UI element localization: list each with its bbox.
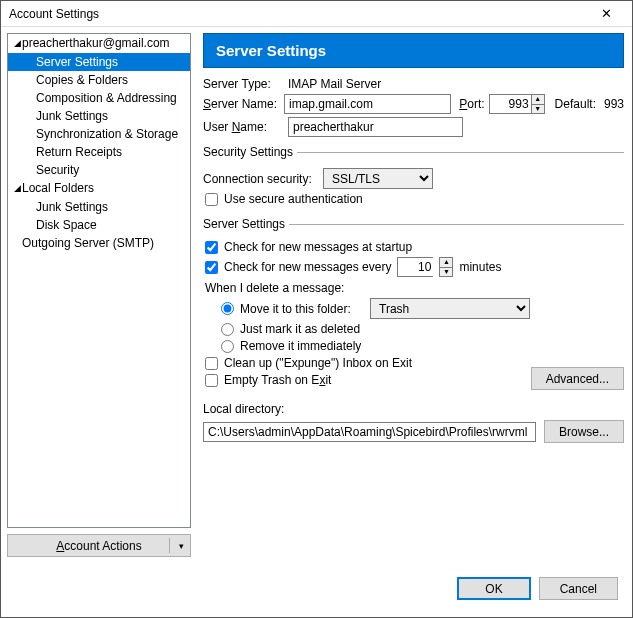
local-dir-input[interactable] [203, 422, 536, 442]
username-label: User Name: [203, 120, 288, 134]
delete-remove-radio[interactable] [221, 340, 234, 353]
spin-up-icon[interactable]: ▲ [532, 95, 544, 105]
cleanup-checkbox[interactable] [205, 357, 218, 370]
spin-down-icon[interactable]: ▼ [532, 105, 544, 114]
form: Server Type: IMAP Mail Server Server Nam… [203, 68, 624, 443]
server-settings-legend: Server Settings [203, 217, 289, 231]
titlebar: Account Settings ✕ [1, 1, 632, 27]
tree-item-return-receipts[interactable]: Return Receipts [8, 143, 190, 161]
cleanup-label: Clean up ("Expunge") Inbox on Exit [224, 356, 412, 370]
ok-button[interactable]: OK [457, 577, 530, 600]
account-tree[interactable]: ◢preacherthakur@gmail.com Server Setting… [7, 33, 191, 528]
tree-item-junk[interactable]: Junk Settings [8, 107, 190, 125]
server-type-label: Server Type: [203, 77, 288, 91]
check-startup-checkbox[interactable] [205, 241, 218, 254]
delete-move-radio[interactable] [221, 302, 234, 315]
port-input[interactable] [489, 94, 531, 114]
spin-up-icon[interactable]: ▲ [440, 258, 452, 268]
chevron-down-icon: ▾ [179, 541, 184, 551]
tree-account-root[interactable]: ◢preacherthakur@gmail.com [8, 34, 190, 53]
server-name-input[interactable] [284, 94, 451, 114]
tree-item-copies-folders[interactable]: Copies & Folders [8, 71, 190, 89]
tree-label: preacherthakur@gmail.com [22, 36, 170, 50]
server-name-label: Server Name: [203, 97, 284, 111]
dialog-footer: OK Cancel [1, 567, 632, 612]
account-actions-label: Account Actions [56, 539, 141, 553]
empty-trash-checkbox[interactable] [205, 374, 218, 387]
check-every-checkbox[interactable] [205, 261, 218, 274]
delete-mark-radio[interactable] [221, 323, 234, 336]
main-pane: Server Settings Server Type: IMAP Mail S… [197, 27, 632, 567]
spin-down-icon[interactable]: ▼ [440, 268, 452, 277]
delete-folder-select[interactable]: Trash [370, 298, 530, 319]
default-value: 993 [604, 97, 624, 111]
advanced-button[interactable]: Advanced... [531, 367, 624, 390]
window-title: Account Settings [9, 7, 99, 21]
secure-auth-checkbox[interactable] [205, 193, 218, 206]
empty-trash-label: Empty Trash on Exit [224, 373, 331, 387]
username-input[interactable] [288, 117, 463, 137]
server-type-value: IMAP Mail Server [288, 77, 381, 91]
twisty-icon: ◢ [12, 35, 22, 51]
account-actions-button[interactable]: Account Actions ▾ [7, 534, 191, 557]
tree-item-composition[interactable]: Composition & Addressing [8, 89, 190, 107]
conn-security-label: Connection security: [203, 172, 323, 186]
separator [169, 538, 170, 553]
server-settings-group: Server Settings Check for new messages a… [203, 217, 624, 390]
tree-item-outgoing[interactable]: Outgoing Server (SMTP) [8, 234, 190, 252]
default-label: Default: [555, 97, 596, 111]
delete-move-label: Move it to this folder: [240, 302, 370, 316]
check-every-unit: minutes [459, 260, 501, 274]
browse-button[interactable]: Browse... [544, 420, 624, 443]
tree-local-folders[interactable]: ◢Local Folders [8, 179, 190, 198]
security-legend: Security Settings [203, 145, 297, 159]
close-icon: ✕ [601, 6, 612, 21]
pane-header: Server Settings [203, 33, 624, 68]
delete-mark-label: Just mark it as deleted [240, 322, 360, 336]
port-spinner[interactable]: ▲▼ [489, 94, 545, 114]
tree-item-disk-space[interactable]: Disk Space [8, 216, 190, 234]
local-dir-label: Local directory: [203, 402, 624, 416]
cancel-button[interactable]: Cancel [539, 577, 618, 600]
tree-label: Local Folders [22, 181, 94, 195]
conn-security-select[interactable]: SSL/TLS [323, 168, 433, 189]
content-area: ◢preacherthakur@gmail.com Server Setting… [1, 27, 632, 567]
delete-remove-label: Remove it immediately [240, 339, 361, 353]
local-directory-block: Local directory: Browse... [203, 402, 624, 443]
tree-item-security[interactable]: Security [8, 161, 190, 179]
twisty-icon: ◢ [12, 180, 22, 196]
secure-auth-label: Use secure authentication [224, 192, 363, 206]
check-startup-label: Check for new messages at startup [224, 240, 412, 254]
security-settings-group: Security Settings Connection security: S… [203, 145, 624, 209]
tree-item-local-junk[interactable]: Junk Settings [8, 198, 190, 216]
delete-label: When I delete a message: [205, 281, 624, 295]
port-label: Port: [459, 97, 484, 111]
check-every-label: Check for new messages every [224, 260, 391, 274]
check-every-spinner[interactable]: ▲▼ [397, 257, 453, 277]
tree-item-sync[interactable]: Synchronization & Storage [8, 125, 190, 143]
tree-item-server-settings[interactable]: Server Settings [8, 53, 190, 71]
check-every-input[interactable] [397, 257, 433, 277]
close-button[interactable]: ✕ [586, 3, 626, 25]
sidebar: ◢preacherthakur@gmail.com Server Setting… [1, 27, 197, 567]
